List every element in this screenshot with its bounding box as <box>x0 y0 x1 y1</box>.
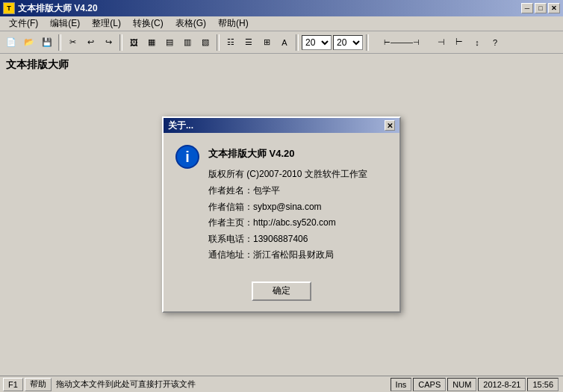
redo-button[interactable]: ↪ <box>100 34 116 51</box>
ins-indicator: Ins <box>391 378 412 391</box>
menu-help[interactable]: 帮助(H) <box>212 16 255 31</box>
menu-file[interactable]: 文件(F) <box>3 16 44 31</box>
title-text: 文本排版大师 V4.20 <box>18 2 98 15</box>
separator-4 <box>296 34 299 51</box>
f1-label: F1 <box>3 378 23 391</box>
separator-5 <box>366 34 369 51</box>
dialog-info: 文本排版大师 V4.20 版权所有 (C)2007-2010 文胜软件工作室 作… <box>208 145 388 264</box>
date-indicator: 2012-8-21 <box>478 378 526 391</box>
main-area: 文本排版大师 关于... ✕ i 文本排版大师 V4.20 版权所有 (C)20… <box>0 54 563 376</box>
toolbar: 📄 📂 💾 ✂ ↩ ↪ 🖼 ▦ ▤ ▥ ▧ ☷ ☰ ⊞ A 20 20 ⊢———… <box>0 31 563 54</box>
align1[interactable]: ⊣ <box>433 34 450 51</box>
minimize-button[interactable]: ─ <box>521 3 533 13</box>
title-bar: T 文本排版大师 V4.20 ─ □ ✕ <box>0 0 563 16</box>
cut-button[interactable]: ✂ <box>64 34 81 51</box>
title-bar-buttons: ─ □ ✕ <box>521 3 560 13</box>
separator-3 <box>217 34 220 51</box>
save-button[interactable]: 💾 <box>39 34 55 51</box>
dialog-title-text: 关于... <box>168 119 193 132</box>
menu-table[interactable]: 表格(G) <box>169 16 212 31</box>
menu-convert[interactable]: 转换(C) <box>127 16 169 31</box>
info-icon: i <box>175 145 199 169</box>
dialog-title-bar: 关于... ✕ <box>164 118 399 133</box>
tool9[interactable]: A <box>276 34 293 51</box>
dialog-close-button[interactable]: ✕ <box>385 120 395 131</box>
menu-bar: 文件(F) 编辑(E) 整理(L) 转换(C) 表格(G) 帮助(H) <box>0 16 563 31</box>
separator-1 <box>58 34 61 51</box>
menu-organize[interactable]: 整理(L) <box>86 16 127 31</box>
dialog-app-name: 文本排版大师 V4.20 <box>208 145 388 162</box>
close-button[interactable]: ✕ <box>548 3 560 13</box>
font-size-2[interactable]: 20 <box>333 35 363 50</box>
ok-button[interactable]: 确定 <box>252 281 311 301</box>
app-icon: T <box>3 2 15 14</box>
new-button[interactable]: 📄 <box>3 34 19 51</box>
title-bar-left: T 文本排版大师 V4.20 <box>3 2 98 15</box>
img4-button[interactable]: ▥ <box>179 34 196 51</box>
img3-button[interactable]: ▤ <box>161 34 178 51</box>
maximize-button[interactable]: □ <box>535 3 547 13</box>
menu-edit[interactable]: 编辑(E) <box>44 16 86 31</box>
img5-button[interactable]: ▧ <box>197 34 214 51</box>
dialog-line-4: 联系电话：13906887406 <box>208 231 388 248</box>
img1-button[interactable]: 🖼 <box>125 34 142 51</box>
status-message: 拖动文本文件到此处可直接打开该文件 <box>53 379 391 390</box>
open-button[interactable]: 📂 <box>21 34 37 51</box>
dialog-line-5: 通信地址：浙江省松阳县财政局 <box>208 247 388 264</box>
img2-button[interactable]: ▦ <box>143 34 160 51</box>
tool7[interactable]: ☰ <box>240 34 257 51</box>
about-dialog: 关于... ✕ i 文本排版大师 V4.20 版权所有 (C)2007-2010… <box>162 116 401 313</box>
align3[interactable]: ↕ <box>469 34 485 51</box>
dialog-content: i 文本排版大师 V4.20 版权所有 (C)2007-2010 文胜软件工作室… <box>164 133 399 276</box>
num-indicator: NUM <box>447 378 476 391</box>
ruler-btn[interactable]: ⊢———⊣ <box>372 34 432 51</box>
dialog-line-0: 版权所有 (C)2007-2010 文胜软件工作室 <box>208 167 388 183</box>
align2[interactable]: ⊢ <box>451 34 467 51</box>
tool8[interactable]: ⊞ <box>258 34 275 51</box>
status-bar: F1 帮助 拖动文本文件到此处可直接打开该文件 Ins CAPS NUM 201… <box>0 376 563 392</box>
time-indicator: 15:56 <box>527 378 559 391</box>
dialog-overlay: 关于... ✕ i 文本排版大师 V4.20 版权所有 (C)2007-2010… <box>0 54 563 376</box>
undo-button[interactable]: ↩ <box>82 34 99 51</box>
help-btn[interactable]: ? <box>487 34 503 51</box>
help-label: 帮助 <box>25 378 52 391</box>
font-size-1[interactable]: 20 <box>302 35 332 50</box>
dialog-line-3: 作者主页：http://abc.sy520.com <box>208 215 388 231</box>
caps-indicator: CAPS <box>413 378 446 391</box>
dialog-line-2: 作者信箱：sybxp@sina.com <box>208 199 388 216</box>
dialog-line-1: 作者姓名：包学平 <box>208 183 388 199</box>
tool6[interactable]: ☷ <box>223 34 239 51</box>
dialog-footer: 确定 <box>164 276 399 311</box>
separator-2 <box>119 34 122 51</box>
